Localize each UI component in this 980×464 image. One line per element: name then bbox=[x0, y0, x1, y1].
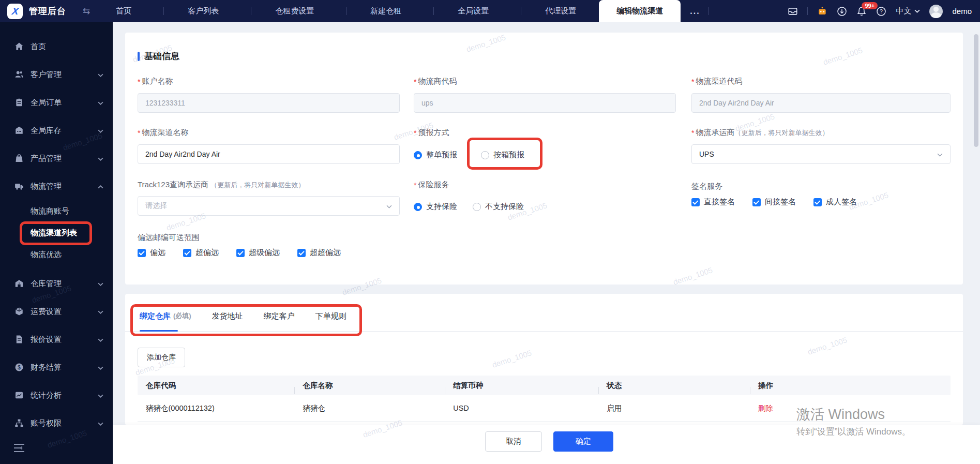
radio-checked-icon bbox=[414, 151, 422, 159]
checkbox-super-remote[interactable]: 超偏远 bbox=[183, 248, 219, 258]
cell-settlement-currency: USD bbox=[445, 404, 598, 412]
carrier-select[interactable]: UPS bbox=[691, 144, 951, 164]
tab-agent-settings[interactable]: 代理设置 bbox=[537, 6, 583, 16]
checkbox-ultra-remote[interactable]: 超级偏远 bbox=[236, 248, 280, 258]
sidebar-item-statistics[interactable]: 统计分析 bbox=[0, 381, 113, 409]
radio-insurance-not-supported[interactable]: 不支持保险 bbox=[473, 202, 524, 212]
radio-insurance-supported[interactable]: 支持保险 bbox=[414, 202, 457, 212]
sidebar-item-global-inventory[interactable]: 全局库存 bbox=[0, 116, 113, 144]
sidebar-item-global-orders[interactable]: 全局订单 bbox=[0, 88, 113, 116]
topbar: X 管理后台 ⇆ 首页 客户列表 仓租费设置 新建仓租 全局设置 代理设置 编辑… bbox=[0, 0, 980, 22]
delete-link[interactable]: 删除 bbox=[758, 404, 773, 412]
robot-assistant-icon[interactable] bbox=[817, 6, 827, 17]
freight-icon bbox=[14, 307, 24, 316]
table-header: 仓库代码 仓库名称 结算币种 状态 操作 bbox=[138, 376, 951, 395]
tab-home[interactable]: 首页 bbox=[108, 6, 139, 16]
chevron-down-icon bbox=[914, 9, 920, 13]
col-warehouse-name: 仓库名称 bbox=[294, 381, 445, 391]
radio-whole-order-forecast[interactable]: 整单预报 bbox=[414, 150, 457, 160]
sidebar-item-quotes[interactable]: 报价设置 bbox=[0, 325, 113, 353]
forecast-mode-label: 预报方式 bbox=[414, 128, 449, 138]
account-name-input[interactable]: 1231233311 bbox=[138, 93, 400, 113]
confirm-button[interactable]: 确定 bbox=[553, 431, 613, 452]
sidebar-subitem-logistics-channel-list[interactable]: 物流渠道列表 bbox=[0, 222, 113, 244]
tab-bind-customer[interactable]: 绑定客户 bbox=[264, 301, 295, 332]
signature-checkboxes: 直接签名 间接签名 成人签名 bbox=[691, 197, 857, 207]
inventory-icon bbox=[14, 126, 24, 135]
language-selector[interactable]: 中文 bbox=[896, 6, 920, 16]
logo-icon: X bbox=[11, 6, 19, 17]
tab-global-settings[interactable]: 全局设置 bbox=[449, 6, 496, 16]
sidebar-subitem-logistics-preferred[interactable]: 物流优选 bbox=[0, 244, 113, 265]
sidebar-item-logistics[interactable]: 物流管理 bbox=[0, 172, 113, 200]
logistics-truck-icon bbox=[14, 182, 24, 191]
topbar-actions: 99+ ? 中文 demo bbox=[788, 0, 980, 22]
insurance-label: 保险服务 bbox=[414, 180, 449, 190]
sidebar-item-account-permissions[interactable]: 账号权限 bbox=[0, 409, 113, 437]
chevron-down-icon bbox=[98, 154, 103, 163]
checkbox-extreme-remote[interactable]: 超超偏远 bbox=[297, 248, 341, 258]
sidebar-item-home[interactable]: 首页 bbox=[0, 33, 113, 61]
checkbox-checked-icon bbox=[297, 249, 306, 257]
remote-range-checkboxes: 偏远 超偏远 超级偏远 超超偏远 bbox=[138, 248, 341, 258]
channel-name-input[interactable]: 2nd Day Air2nd Day Air bbox=[138, 144, 400, 164]
topbar-tabs: 首页 客户列表 仓租费设置 新建仓租 全局设置 代理设置 编辑物流渠道 ... bbox=[108, 0, 708, 22]
tab-edit-logistics-channel[interactable]: 编辑物流渠道 bbox=[599, 0, 681, 22]
tab-storage-fee[interactable]: 仓租费设置 bbox=[267, 6, 321, 16]
binding-tabs: 绑定仓库(必填) 发货地址 绑定客户 下单规则 bbox=[125, 301, 963, 332]
tab-shipping-address[interactable]: 发货地址 bbox=[212, 301, 243, 332]
user-name: demo bbox=[952, 7, 972, 16]
radio-per-box-forecast[interactable]: 按箱预报 bbox=[481, 150, 524, 160]
sidebar: 首页 客户管理 全局订单 全局库存 产品管理 物流管理 物流商账号 物流渠 bbox=[0, 22, 113, 464]
chevron-down-icon bbox=[98, 363, 103, 372]
table-row: 猪猪仓(0000112132) 猪猪仓 USD 启用 删除 bbox=[138, 395, 951, 422]
tab-bind-warehouse[interactable]: 绑定仓库(必填) bbox=[140, 301, 191, 332]
signature-label: 签名服务 bbox=[691, 182, 722, 191]
forecast-mode-radios: 整单预报 按箱预报 bbox=[414, 150, 524, 160]
tab-customer-list[interactable]: 客户列表 bbox=[179, 6, 226, 16]
checkbox-adult-signature[interactable]: 成人签名 bbox=[813, 197, 857, 207]
col-warehouse-code: 仓库代码 bbox=[138, 381, 294, 391]
channel-code-input[interactable]: 2nd Day Air2nd Day Air bbox=[691, 93, 951, 113]
footer-bar bbox=[113, 425, 980, 464]
tab-new-storage[interactable]: 新建仓租 bbox=[362, 6, 409, 16]
track123-select[interactable]: 请选择 bbox=[138, 196, 400, 216]
swap-icon[interactable]: ⇆ bbox=[83, 6, 90, 17]
cancel-button[interactable]: 取消 bbox=[485, 431, 542, 452]
tabs-overflow-button[interactable]: ... bbox=[690, 7, 700, 16]
add-warehouse-button[interactable]: 添加仓库 bbox=[138, 348, 185, 367]
notifications-bell-icon[interactable]: 99+ bbox=[856, 6, 867, 17]
chevron-down-icon bbox=[937, 150, 943, 158]
radio-checked-icon bbox=[414, 203, 422, 211]
chevron-down-icon bbox=[98, 335, 103, 344]
tab-order-rules[interactable]: 下单规则 bbox=[315, 301, 346, 332]
account-name-label: 账户名称 bbox=[138, 77, 173, 86]
sidebar-item-customers[interactable]: 客户管理 bbox=[0, 61, 113, 88]
mail-icon[interactable] bbox=[788, 6, 798, 17]
checkbox-remote[interactable]: 偏远 bbox=[138, 248, 165, 258]
sidebar-item-freight[interactable]: 运费设置 bbox=[0, 297, 113, 325]
account-permissions-icon bbox=[14, 418, 24, 428]
download-icon[interactable] bbox=[837, 6, 847, 17]
sidebar-item-finance[interactable]: $ 财务结算 bbox=[0, 353, 113, 381]
sidebar-item-products[interactable]: 产品管理 bbox=[0, 144, 113, 172]
checkbox-checked-icon bbox=[813, 198, 822, 206]
collapse-menu-icon[interactable] bbox=[13, 443, 25, 453]
sidebar-subitem-logistics-accounts[interactable]: 物流商账号 bbox=[0, 200, 113, 222]
checkbox-checked-icon bbox=[691, 198, 700, 206]
cell-warehouse-name: 猪猪仓 bbox=[294, 403, 445, 413]
checkbox-direct-signature[interactable]: 直接签名 bbox=[691, 197, 735, 207]
user-avatar[interactable] bbox=[929, 5, 943, 18]
checkbox-indirect-signature[interactable]: 间接签名 bbox=[752, 197, 796, 207]
home-icon bbox=[14, 42, 24, 51]
finance-dollar-icon: $ bbox=[14, 363, 24, 372]
edit-logistics-channel-page: X 管理后台 ⇆ 首页 客户列表 仓租费设置 新建仓租 全局设置 代理设置 编辑… bbox=[0, 0, 980, 464]
vertical-scrollbar[interactable] bbox=[974, 34, 978, 147]
provider-code-input[interactable]: ups bbox=[414, 93, 676, 113]
sidebar-item-warehouse[interactable]: 仓库管理 bbox=[0, 270, 113, 297]
track123-label: Track123查询承运商 （更新后，将只对新单据生效） bbox=[138, 180, 305, 190]
chevron-down-icon bbox=[98, 279, 103, 288]
orders-icon bbox=[14, 98, 24, 107]
help-icon[interactable]: ? bbox=[876, 6, 886, 17]
cell-warehouse-code: 猪猪仓(0000112132) bbox=[138, 403, 294, 413]
